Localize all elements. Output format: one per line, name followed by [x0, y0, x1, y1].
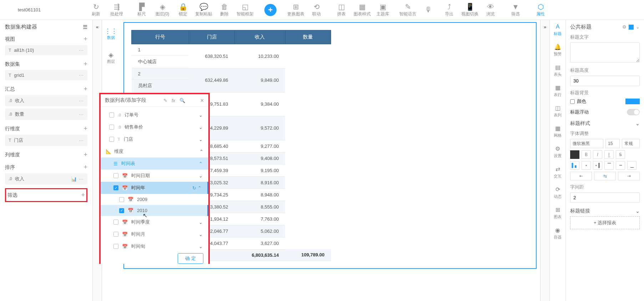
- toolbar-智能语言[interactable]: ✎智能语言: [397, 1, 418, 19]
- chevron-down-icon[interactable]: ⌄: [636, 24, 640, 30]
- popup-fx-icon[interactable]: fx: [172, 98, 175, 103]
- popup-field-销售单价[interactable]: .0销售单价⌄: [101, 121, 208, 133]
- toolbar-联动[interactable]: ⟲联动: [306, 1, 327, 19]
- link-expand-icon[interactable]: ⌄: [635, 208, 640, 214]
- align-center-button[interactable]: ▪: [582, 161, 591, 170]
- style-expand-icon[interactable]: ⌄: [635, 121, 640, 126]
- popup-confirm-button[interactable]: 确 定: [178, 253, 203, 264]
- bg-color-swatch[interactable]: [625, 99, 640, 104]
- dimension-section[interactable]: 📐维度⌃: [101, 145, 208, 157]
- toolbar-视图切换[interactable]: 📱视图切换: [460, 1, 480, 19]
- toolbar-图表样式[interactable]: ▦图表样式: [352, 1, 372, 19]
- font-weight-select[interactable]: 常规: [622, 139, 640, 148]
- bg-color-option[interactable]: 颜色: [570, 98, 586, 105]
- spacing-input[interactable]: [570, 192, 640, 203]
- italic-button[interactable]: I: [593, 150, 602, 159]
- table-row[interactable]: 1中心城店638,320.5110,233.00: [132, 44, 331, 69]
- popup-close-icon[interactable]: ✕: [200, 98, 204, 103]
- align-middle-button[interactable]: ━: [616, 161, 625, 170]
- canvas-tab-数据[interactable]: ⋮⋮数据: [105, 27, 117, 40]
- table-row[interactable]: 2员村店632,449.869,849.00: [132, 68, 331, 92]
- field-收入[interactable]: .0收入📊 ⋯: [5, 173, 87, 185]
- popup-edit-icon[interactable]: ✎: [163, 98, 167, 103]
- builder-collapse-icon[interactable]: ☰: [83, 24, 87, 30]
- toolbar-add[interactable]: +: [260, 1, 281, 19]
- time-item-时间旬[interactable]: 📅时间旬⌄: [101, 240, 208, 250]
- indent-center-button[interactable]: ⇆: [594, 172, 616, 180]
- toolbar-批处理[interactable]: ⇶批处理: [106, 1, 127, 19]
- right-tab-设置[interactable]: ⚙设置: [554, 145, 562, 159]
- popup-field-订单号[interactable]: .0订单号⌄: [101, 109, 208, 121]
- collapse-left-icon[interactable]: «: [96, 24, 98, 30]
- right-tab-标题[interactable]: A标题: [554, 24, 562, 36]
- float-toggle[interactable]: [627, 109, 640, 115]
- toolbar-筛选[interactable]: ▼筛选: [505, 1, 526, 19]
- toolbar-标尺[interactable]: ▛标尺: [131, 1, 152, 19]
- toolbar-图层(0)[interactable]: ◈图层(0): [152, 1, 173, 19]
- underline-button[interactable]: I̲: [604, 150, 614, 159]
- toolbar-删除[interactable]: 🗑删除: [214, 1, 235, 19]
- toolbar-导出[interactable]: ⤴导出: [439, 1, 460, 19]
- time-item-2009[interactable]: 📅2009: [101, 194, 208, 205]
- right-tab-容器[interactable]: ◉容器: [554, 227, 562, 240]
- right-tab-表列[interactable]: ◫表列: [554, 105, 562, 118]
- right-tab-动态[interactable]: ⟳动态: [554, 186, 562, 199]
- time-item-时间季度[interactable]: 📅时间季度⌄: [101, 216, 208, 228]
- time-item-2010[interactable]: ✓📅2010: [101, 205, 208, 216]
- toolbar-拼表[interactable]: ◫拼表: [331, 1, 352, 19]
- right-tab-表行[interactable]: ▦表行: [554, 84, 562, 97]
- toolbar-更换图表[interactable]: ⊞更换图表: [285, 1, 306, 19]
- time-item-时间年[interactable]: ✓📅时间年↻ ⌃: [101, 182, 208, 194]
- color-chip[interactable]: [629, 25, 634, 30]
- right-tab-网格[interactable]: ▦网格: [554, 125, 562, 138]
- add-dataset-icon[interactable]: +: [83, 60, 87, 68]
- toolbar-主题库[interactable]: ▣主题库: [372, 1, 393, 19]
- right-tab-交互[interactable]: ⇄交互: [554, 166, 562, 179]
- right-tab-预警[interactable]: 🔔预警: [554, 44, 562, 57]
- font-size-select[interactable]: 15: [605, 139, 620, 148]
- align-bottom-button[interactable]: ▁: [627, 161, 637, 170]
- collapse-right-icon[interactable]: »: [544, 24, 546, 30]
- align-right-button[interactable]: ▪▐: [593, 161, 602, 170]
- align-top-button[interactable]: ▔: [604, 161, 614, 170]
- toolbar-复制粘贴[interactable]: 💬复制粘贴: [193, 1, 214, 19]
- canvas-tab-图层[interactable]: ◈图层: [107, 51, 115, 64]
- right-tab-表头[interactable]: ▤表头: [554, 64, 562, 77]
- toolbar-add[interactable]: 🎙: [418, 1, 439, 19]
- popup-field-门店[interactable]: T门店⌄: [101, 133, 208, 145]
- toolbar-属性[interactable]: ⬡属性: [530, 1, 551, 19]
- align-left-button[interactable]: ▌▖: [570, 161, 579, 170]
- toolbar-浏览[interactable]: 👁浏览: [480, 1, 501, 19]
- add-summary-icon[interactable]: +: [83, 85, 87, 93]
- field-门店[interactable]: T门店⋯: [5, 135, 87, 146]
- time-item-时间月[interactable]: 📅时间月⌄: [101, 228, 208, 240]
- field-数量[interactable]: .0数量⋯: [5, 109, 87, 120]
- add-rowdim-icon[interactable]: +: [83, 125, 87, 132]
- font-family-select[interactable]: 微软雅黑: [570, 139, 603, 148]
- add-sort-icon[interactable]: +: [83, 164, 87, 171]
- bg-color-checkbox[interactable]: [570, 99, 575, 104]
- right-tab-图表[interactable]: ⊞图表: [554, 206, 562, 220]
- text-color-button[interactable]: [570, 150, 579, 159]
- add-coldim-icon[interactable]: +: [83, 151, 87, 159]
- time-item-时间日期[interactable]: 📅时间日期⌄: [101, 170, 208, 182]
- title-height-input[interactable]: [570, 76, 640, 86]
- gear-icon[interactable]: ⚙: [622, 24, 627, 30]
- toolbar-智能框架[interactable]: ◱智能框架: [235, 1, 255, 19]
- toolbar-锁定[interactable]: 🔒锁定: [173, 1, 193, 19]
- add-view-icon[interactable]: +: [83, 35, 87, 43]
- bold-button[interactable]: B: [582, 150, 591, 159]
- strike-button[interactable]: S̶: [616, 150, 625, 159]
- right-collapse-bar[interactable]: »: [540, 20, 549, 301]
- field-grid1[interactable]: Tgrid1⋯: [5, 70, 87, 80]
- select-report-button[interactable]: + 选择报表: [570, 216, 640, 229]
- title-text-input[interactable]: [570, 42, 640, 62]
- timetable-node[interactable]: ☰时间表⌃: [101, 157, 208, 170]
- indent-left-button[interactable]: ⇤: [570, 172, 592, 180]
- popup-search-icon[interactable]: 🔍: [179, 98, 185, 103]
- add-filter-icon[interactable]: +: [81, 191, 85, 199]
- indent-right-button[interactable]: ⇥: [618, 172, 640, 180]
- field-a81h (10)[interactable]: Ta81h (10)⋯: [5, 45, 87, 55]
- toolbar-刷新[interactable]: ↻刷新: [86, 1, 106, 19]
- field-收入[interactable]: .0收入⋯: [5, 95, 87, 106]
